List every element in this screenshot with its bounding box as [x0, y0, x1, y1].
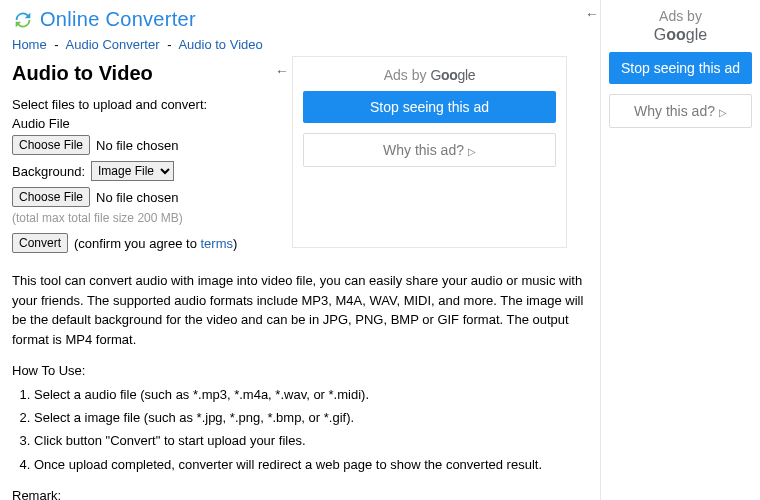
breadcrumb-home[interactable]: Home [12, 37, 47, 52]
brand-title[interactable]: Online Converter [40, 8, 196, 31]
audio-no-file-text: No file chosen [96, 138, 178, 153]
terms-link[interactable]: terms [200, 236, 233, 251]
why-this-ad-button[interactable]: Why this ad?▷ [609, 94, 752, 128]
max-size-hint: (total max total file size 200 MB) [12, 211, 284, 225]
steps-list: Select a audio file (such as *.mp3, *.m4… [34, 386, 588, 474]
breadcrumb-current[interactable]: Audio to Video [178, 37, 262, 52]
background-select[interactable]: Image File [91, 161, 174, 181]
google-logo-text: Google [430, 67, 475, 83]
ad-close-icon[interactable]: ← [275, 63, 289, 79]
list-item: Click button "Convert" to start upload y… [34, 432, 588, 450]
ad-box-inline: ← Ads by Google Stop seeing this ad Why … [292, 56, 567, 248]
convert-button[interactable]: Convert [12, 233, 68, 253]
breadcrumb: Home - Audio Converter - Audio to Video [12, 37, 588, 52]
tool-description: This tool can convert audio with image i… [12, 271, 588, 349]
confirm-prefix: (confirm you agree to [74, 236, 200, 251]
why-this-ad-text: Why this ad? [634, 103, 715, 119]
background-label: Background: [12, 164, 85, 179]
convert-row: Convert (confirm you agree to terms) [12, 233, 284, 253]
background-no-file-text: No file chosen [96, 190, 178, 205]
side-ad-column: ← Ads by Google Stop seeing this ad Why … [600, 0, 760, 500]
remark-heading: Remark: [12, 488, 588, 500]
main-column: Online Converter Home - Audio Converter … [0, 0, 600, 500]
ads-by-label: Ads by Google [303, 67, 556, 83]
list-item: Select a audio file (such as *.mp3, *.m4… [34, 386, 588, 404]
ad-close-icon[interactable]: ← [585, 6, 599, 22]
select-files-label: Select files to upload and convert: [12, 97, 284, 112]
audio-file-label: Audio File [12, 116, 284, 131]
why-this-ad-button[interactable]: Why this ad?▷ [303, 133, 556, 167]
why-this-ad-text: Why this ad? [383, 142, 464, 158]
play-icon: ▷ [468, 146, 476, 157]
choose-background-file-button[interactable]: Choose File [12, 187, 90, 207]
ads-by-text: Ads by [384, 67, 431, 83]
site-header: Online Converter [12, 6, 588, 35]
page-title: Audio to Video [12, 62, 284, 85]
choose-audio-file-button[interactable]: Choose File [12, 135, 90, 155]
stop-seeing-ad-button[interactable]: Stop seeing this ad [303, 91, 556, 123]
google-logo-text: Google [609, 26, 752, 44]
how-to-use-heading: How To Use: [12, 363, 588, 378]
audio-file-row: Choose File No file chosen [12, 135, 284, 155]
stop-seeing-ad-button[interactable]: Stop seeing this ad [609, 52, 752, 84]
form-column: Audio to Video Select files to upload an… [12, 52, 284, 253]
breadcrumb-sep: - [167, 37, 171, 52]
background-file-row: Choose File No file chosen [12, 187, 284, 207]
play-icon: ▷ [719, 107, 727, 118]
list-item: Once upload completed, converter will re… [34, 456, 588, 474]
refresh-icon [12, 9, 34, 31]
breadcrumb-audio-converter[interactable]: Audio Converter [66, 37, 160, 52]
confirm-suffix: ) [233, 236, 237, 251]
background-row: Background: Image File [12, 161, 284, 181]
breadcrumb-sep: - [54, 37, 58, 52]
list-item: Select a image file (such as *.jpg, *.pn… [34, 409, 588, 427]
confirm-text: (confirm you agree to terms) [74, 236, 237, 251]
ads-by-label: Ads by [609, 8, 752, 24]
